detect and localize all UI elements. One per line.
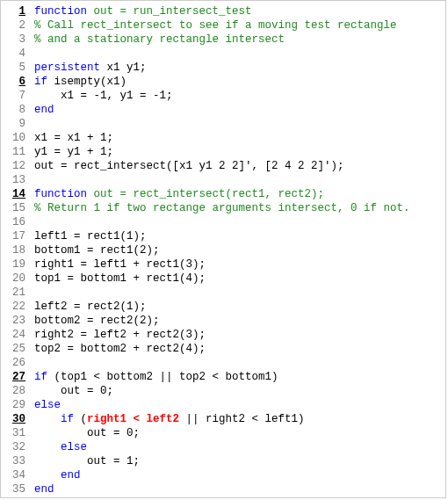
- line-number: 4: [1, 47, 34, 61]
- code-text: (top1 < bottom2 || top2 < bottom1): [47, 371, 278, 383]
- code-content: % Call rect_intersect to see if a moving…: [34, 18, 445, 33]
- code-content: % and a stationary rectangle intersect: [34, 33, 445, 47]
- code-content: else: [34, 398, 445, 412]
- code-content: function out = run_intersect_test: [34, 4, 445, 18]
- code-content: [34, 117, 445, 131]
- code-line: 14function out = rect_intersect(rect1, r…: [1, 187, 445, 201]
- line-number: 24: [1, 328, 34, 342]
- code-text: bottom2 = rect2(2);: [34, 315, 160, 327]
- code-line: 35end: [1, 482, 445, 496]
- code-text: x1 = -1, y1 = -1;: [34, 90, 173, 102]
- code-line: 17left1 = rect1(1);: [1, 229, 445, 243]
- code-content: out = 1;: [34, 454, 445, 468]
- code-line: 15% Return 1 if two rectange arguments i…: [1, 201, 445, 215]
- code-line: 13: [1, 173, 445, 187]
- code-line: 30 if (right1 < left2 || right2 < left1): [1, 412, 445, 426]
- code-text: y1 = y1 + 1;: [34, 146, 113, 158]
- code-content: [34, 286, 445, 300]
- code-content: [34, 173, 445, 187]
- code-content: if (top1 < bottom2 || top2 < bottom1): [34, 370, 445, 384]
- code-text: out = rect_intersect([x1 y1 2 2]', [2 4 …: [34, 160, 344, 172]
- line-number: 9: [1, 117, 34, 131]
- code-content: top2 = bottom2 + rect2(4);: [34, 342, 445, 356]
- code-text: [34, 413, 61, 425]
- code-content: end: [34, 468, 445, 482]
- code-text: right1 = left1 + rect1(3);: [34, 258, 206, 271]
- line-number: 16: [1, 215, 34, 229]
- code-content: right1 = left1 + rect1(3);: [34, 257, 445, 272]
- line-number-executable[interactable]: 1: [1, 4, 34, 18]
- function-signature: out = rect_intersect(rect1, rect2);: [87, 188, 324, 200]
- code-line: 20top1 = bottom1 + rect1(4);: [1, 272, 445, 286]
- code-content: y1 = y1 + 1;: [34, 145, 445, 159]
- code-line: 8end: [1, 103, 445, 117]
- keyword: if: [34, 76, 47, 88]
- line-number: 32: [1, 440, 34, 454]
- code-content: x1 = x1 + 1;: [34, 131, 445, 145]
- code-content: if isempty(x1): [34, 75, 445, 89]
- code-text: left1 = rect1(1);: [34, 230, 147, 243]
- line-number: 20: [1, 272, 34, 286]
- line-number: 33: [1, 454, 34, 468]
- code-editor: 1function out = run_intersect_test2% Cal…: [0, 0, 446, 498]
- error-highlight: right1 < left2: [87, 413, 179, 425]
- code-line: 16: [1, 215, 445, 229]
- code-text: [34, 441, 61, 453]
- code-line: 26: [1, 356, 445, 370]
- code-content: x1 = -1, y1 = -1;: [34, 89, 445, 103]
- line-number-executable[interactable]: 30: [1, 412, 34, 426]
- code-content: out = 0;: [34, 384, 445, 398]
- function-signature: out = run_intersect_test: [87, 5, 252, 18]
- code-content: else: [34, 440, 445, 454]
- line-number: 29: [1, 398, 34, 412]
- code-line: 1function out = run_intersect_test: [1, 4, 445, 18]
- code-text: (: [74, 413, 87, 425]
- keyword: end: [61, 469, 81, 482]
- line-number: 22: [1, 300, 34, 314]
- code-line: 22left2 = rect2(1);: [1, 300, 445, 314]
- keyword: else: [61, 441, 87, 453]
- line-number-executable[interactable]: 14: [1, 187, 34, 201]
- line-number: 5: [1, 61, 34, 75]
- code-text: left2 = rect2(1);: [34, 301, 147, 313]
- line-number: 19: [1, 257, 34, 272]
- code-line: 34 end: [1, 468, 445, 482]
- code-text: x1 y1;: [100, 62, 147, 74]
- code-line: 33 out = 1;: [1, 454, 445, 468]
- code-line: 3% and a stationary rectangle intersect: [1, 33, 445, 47]
- code-text: x1 = x1 + 1;: [34, 132, 113, 144]
- line-number-executable[interactable]: 6: [1, 75, 34, 89]
- code-text: out = 0;: [34, 427, 140, 439]
- code-content: out = rect_intersect([x1 y1 2 2]', [2 4 …: [34, 159, 445, 173]
- line-number: 31: [1, 426, 34, 440]
- keyword: if: [34, 371, 47, 383]
- code-content: end: [34, 103, 445, 117]
- code-content: out = 0;: [34, 426, 445, 440]
- code-text: out = 0;: [34, 385, 113, 397]
- code-line: 11y1 = y1 + 1;: [1, 145, 445, 159]
- code-text: isempty(x1): [47, 76, 126, 88]
- code-text: out = 1;: [34, 455, 140, 467]
- code-line: 12out = rect_intersect([x1 y1 2 2]', [2 …: [1, 159, 445, 173]
- code-content: function out = rect_intersect(rect1, rec…: [34, 187, 445, 201]
- line-number: 17: [1, 229, 34, 243]
- keyword: persistent: [34, 62, 100, 74]
- code-content: bottom1 = rect1(2);: [34, 243, 445, 257]
- code-line: 2% Call rect_intersect to see if a movin…: [1, 18, 445, 33]
- code-line: 29else: [1, 398, 445, 412]
- line-number: 8: [1, 103, 34, 117]
- code-line: 31 out = 0;: [1, 426, 445, 440]
- code-text: || right2 < left1): [179, 413, 305, 425]
- keyword: if: [61, 413, 74, 425]
- line-number-executable[interactable]: 27: [1, 370, 34, 384]
- keyword: end: [34, 483, 54, 496]
- line-number: 23: [1, 314, 34, 328]
- line-number: 26: [1, 356, 34, 370]
- code-line: 24right2 = left2 + rect2(3);: [1, 328, 445, 342]
- code-line: 23bottom2 = rect2(2);: [1, 314, 445, 328]
- code-line: 10x1 = x1 + 1;: [1, 131, 445, 145]
- line-number: 12: [1, 159, 34, 173]
- line-number: 21: [1, 286, 34, 300]
- keyword: end: [34, 104, 54, 116]
- keyword: function: [34, 188, 87, 200]
